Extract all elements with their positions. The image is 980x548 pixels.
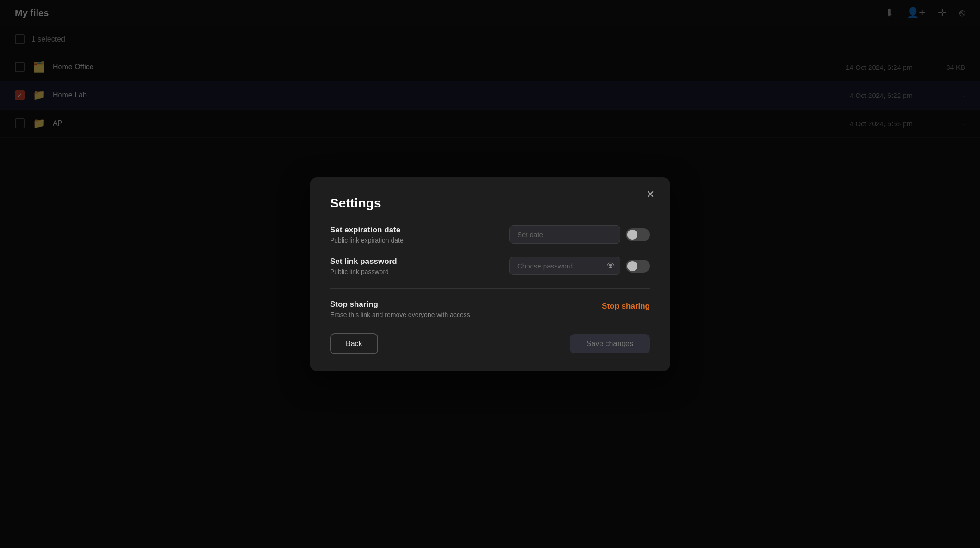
divider (330, 288, 650, 289)
show-password-icon[interactable]: 👁 (607, 262, 615, 271)
date-input[interactable] (509, 225, 620, 244)
expiration-info: Set expiration date Public link expirati… (330, 225, 509, 244)
password-label: Set link password (330, 257, 509, 266)
expiration-toggle[interactable] (626, 228, 650, 241)
stop-sharing-button[interactable]: Stop sharing (602, 300, 650, 313)
expiration-desc: Public link expiration date (330, 237, 509, 244)
dialog-title: Settings (330, 196, 650, 211)
password-setting-row: Set link password Public link password 👁 (330, 257, 650, 275)
back-button[interactable]: Back (330, 333, 378, 354)
stop-sharing-row: Stop sharing Erase this link and remove … (330, 300, 650, 318)
stop-sharing-desc: Erase this link and remove everyone with… (330, 311, 602, 318)
password-toggle[interactable] (626, 260, 650, 273)
settings-dialog: ✕ Settings Set expiration date Public li… (310, 177, 670, 371)
password-input-wrap: 👁 (509, 257, 620, 275)
expiration-controls (509, 225, 650, 244)
dialog-footer: Back Save changes (330, 333, 650, 354)
close-button[interactable]: ✕ (643, 188, 658, 201)
modal-overlay: ✕ Settings Set expiration date Public li… (0, 0, 980, 548)
password-input[interactable] (509, 257, 620, 275)
save-button[interactable]: Save changes (570, 334, 650, 353)
password-info: Set link password Public link password (330, 257, 509, 275)
expiration-setting-row: Set expiration date Public link expirati… (330, 225, 650, 244)
stop-sharing-label: Stop sharing (330, 300, 602, 309)
password-desc: Public link password (330, 268, 509, 275)
password-controls: 👁 (509, 257, 650, 275)
stop-sharing-info: Stop sharing Erase this link and remove … (330, 300, 602, 318)
expiration-label: Set expiration date (330, 225, 509, 235)
